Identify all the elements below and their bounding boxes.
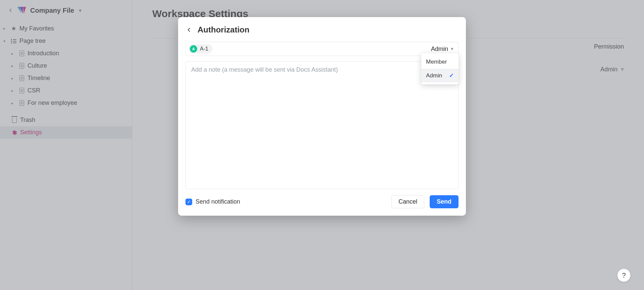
- avatar: A: [190, 45, 197, 53]
- modal-buttons: Cancel Send: [391, 195, 459, 208]
- role-option-admin[interactable]: Admin ✓: [421, 69, 459, 82]
- check-icon: ✓: [449, 72, 454, 79]
- modal-title: Authorization: [198, 25, 250, 34]
- send-button[interactable]: Send: [430, 195, 459, 208]
- role-option-label: Member: [426, 59, 447, 65]
- user-role-row: A A-1 Admin ▼ Member Admin ✓: [185, 42, 459, 56]
- role-option-label: Admin: [426, 72, 442, 79]
- user-chip[interactable]: A A-1: [189, 44, 212, 54]
- back-icon[interactable]: [185, 26, 193, 33]
- checkbox-checked-icon[interactable]: ✓: [185, 199, 192, 205]
- authorization-modal: Authorization A A-1 Admin ▼ Member Admin…: [178, 17, 466, 216]
- cancel-button[interactable]: Cancel: [391, 195, 424, 208]
- modal-footer: ✓ Send notification Cancel Send: [185, 195, 459, 208]
- role-option-member[interactable]: Member: [421, 55, 459, 69]
- note-textarea[interactable]: Add a note (a message will be sent via D…: [185, 61, 459, 189]
- role-dropdown: Member Admin ✓: [421, 53, 459, 84]
- help-icon: ?: [622, 272, 626, 279]
- help-button[interactable]: ?: [617, 269, 631, 282]
- user-chip-label: A-1: [200, 46, 208, 52]
- caret-down-icon: ▼: [450, 47, 454, 51]
- send-notification-toggle[interactable]: ✓ Send notification: [185, 198, 240, 205]
- modal-header: Authorization: [185, 25, 459, 34]
- send-notification-label: Send notification: [196, 198, 240, 205]
- note-placeholder: Add a note (a message will be sent via D…: [191, 66, 338, 73]
- role-select[interactable]: Admin ▼: [431, 46, 454, 53]
- role-select-value: Admin: [431, 46, 448, 53]
